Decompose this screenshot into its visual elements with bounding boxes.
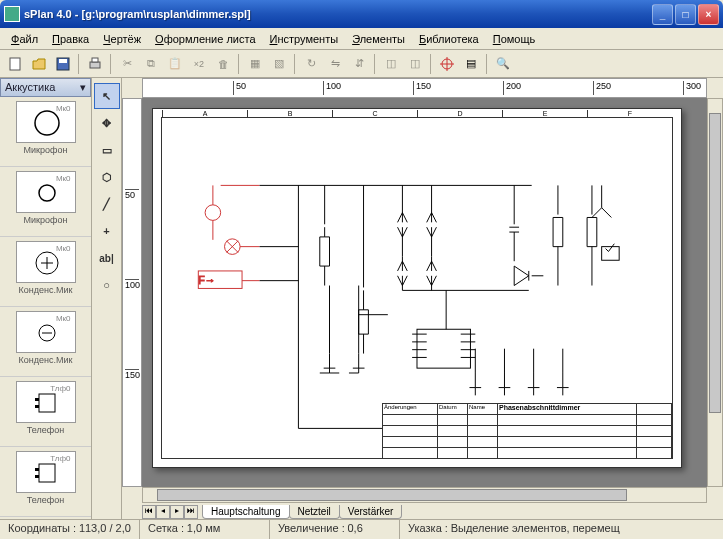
close-button[interactable]: × — [698, 4, 719, 25]
status-grid: Сетка : 1,0 мм — [140, 520, 270, 539]
menu-help[interactable]: Помощь — [486, 31, 543, 47]
maximize-button[interactable]: □ — [675, 4, 696, 25]
page-tab[interactable]: Netzteil — [289, 505, 340, 519]
palette-component[interactable]: Тлф0 Телефон — [0, 377, 91, 447]
menu-library[interactable]: Библиотека — [412, 31, 486, 47]
horizontal-scrollbar[interactable] — [142, 487, 707, 503]
cut-button[interactable]: ✂ — [116, 53, 138, 75]
ruler-vertical: 50100150 — [122, 98, 142, 487]
svg-rect-17 — [35, 405, 39, 408]
main-toolbar: ✂ ⧉ 📋 ×2 🗑 ▦ ▧ ↻ ⇋ ⇵ ◫ ◫ ▤ 🔍 — [0, 50, 723, 78]
menu-drawing[interactable]: Чертёж — [96, 31, 148, 47]
page-tab[interactable]: Hauptschaltung — [202, 505, 290, 519]
delete-button[interactable]: 🗑 — [212, 53, 234, 75]
menu-file[interactable]: Файл — [4, 31, 45, 47]
palette-component[interactable]: Мк0 Микрофон — [0, 97, 91, 167]
rect-tool[interactable]: ▭ — [94, 137, 120, 163]
svg-rect-0 — [10, 58, 20, 70]
back-button[interactable]: ▧ — [268, 53, 290, 75]
svg-rect-15 — [39, 394, 55, 412]
palette-component[interactable]: Мк0 Конденс.Мик — [0, 307, 91, 377]
canvas-viewport[interactable]: ABCDEF F→ — [142, 98, 707, 487]
status-hint: Указка : Выделение элементов, перемещ — [400, 520, 723, 539]
palette-component[interactable]: Мк0 Конденс.Мик — [0, 237, 91, 307]
pointer-tool[interactable]: ↖ — [94, 83, 120, 109]
status-zoom: Увеличение : 0,6 — [270, 520, 400, 539]
menu-edit[interactable]: Правка — [45, 31, 96, 47]
group-button[interactable]: ◫ — [380, 53, 402, 75]
menubar: Файл Правка Чертёж Оформление листа Инст… — [0, 28, 723, 50]
menu-tools[interactable]: Инструменты — [263, 31, 346, 47]
list-button[interactable]: ▤ — [460, 53, 482, 75]
svg-point-21 — [205, 205, 221, 221]
paste-button[interactable]: 📋 — [164, 53, 186, 75]
schematic-drawing[interactable]: F→ — [174, 130, 660, 441]
ungroup-button[interactable]: ◫ — [404, 53, 426, 75]
svg-rect-20 — [35, 475, 39, 478]
title-block: ÄnderungenDatumNamePhasenabschnittdimmer — [382, 403, 672, 458]
svg-rect-4 — [92, 58, 98, 62]
node-tool[interactable]: + — [94, 218, 120, 244]
canvas-area: 50100150200250300 50100150 ABCDEF F→ — [122, 78, 723, 519]
titlebar: sPlan 4.0 - [g:\program\rusplan\dimmer.s… — [0, 0, 723, 28]
line-tool[interactable]: ╱ — [94, 191, 120, 217]
copy-button[interactable]: ⧉ — [140, 53, 162, 75]
dup-button[interactable]: ×2 — [188, 53, 210, 75]
svg-rect-16 — [35, 398, 39, 401]
flipv-button[interactable]: ⇵ — [348, 53, 370, 75]
svg-point-9 — [39, 185, 55, 201]
tab-nav-prev[interactable]: ◂ — [156, 505, 170, 519]
zoom-button[interactable]: 🔍 — [492, 53, 514, 75]
fliph-button[interactable]: ⇋ — [324, 53, 346, 75]
component-palette: Аккустика▾ Мк0 Микрофон Мк0 Микрофон Мк0… — [0, 78, 92, 519]
drawing-tool-strip: ↖ ✥ ▭ ⬡ ╱ + ab| ○ — [92, 78, 122, 519]
tab-nav-next[interactable]: ▸ — [170, 505, 184, 519]
poly-tool[interactable]: ⬡ — [94, 164, 120, 190]
svg-rect-27 — [417, 329, 470, 368]
minimize-button[interactable]: _ — [652, 4, 673, 25]
new-button[interactable] — [4, 53, 26, 75]
menu-sheet[interactable]: Оформление листа — [148, 31, 262, 47]
palette-component[interactable]: Тлф0 Телефон — [0, 447, 91, 517]
svg-rect-3 — [90, 62, 100, 68]
tab-nav-first[interactable]: ⏮ — [142, 505, 156, 519]
vertical-scrollbar[interactable] — [707, 98, 723, 487]
open-button[interactable] — [28, 53, 50, 75]
svg-text:F→: F→ — [198, 274, 215, 286]
svg-rect-2 — [59, 59, 67, 63]
chevron-down-icon: ▾ — [80, 81, 86, 94]
ruler-horizontal: 50100150200250300 — [142, 78, 707, 98]
drawing-sheet[interactable]: ABCDEF F→ — [152, 108, 682, 468]
print-button[interactable] — [84, 53, 106, 75]
menu-elements[interactable]: Элементы — [345, 31, 412, 47]
tab-nav-last[interactable]: ⏭ — [184, 505, 198, 519]
svg-rect-19 — [35, 468, 39, 471]
page-tabs: ⏮ ◂ ▸ ⏭ Hauptschaltung Netzteil Verstärk… — [142, 503, 401, 519]
snap-button[interactable] — [436, 53, 458, 75]
save-button[interactable] — [52, 53, 74, 75]
app-icon — [4, 6, 20, 22]
status-coords: Координаты : 113,0 / 2,0 — [0, 520, 140, 539]
svg-rect-18 — [39, 464, 55, 482]
palette-category-tab[interactable]: Аккустика▾ — [0, 78, 91, 97]
page-tab[interactable]: Verstärker — [339, 505, 403, 519]
move-tool[interactable]: ✥ — [94, 110, 120, 136]
circle-tool[interactable]: ○ — [94, 272, 120, 298]
front-button[interactable]: ▦ — [244, 53, 266, 75]
palette-component[interactable]: Мк0 Микрофон — [0, 167, 91, 237]
rotate-button[interactable]: ↻ — [300, 53, 322, 75]
window-title: sPlan 4.0 - [g:\program\rusplan\dimmer.s… — [24, 8, 652, 20]
text-tool[interactable]: ab| — [94, 245, 120, 271]
svg-point-8 — [35, 111, 59, 135]
statusbar: Координаты : 113,0 / 2,0 Сетка : 1,0 мм … — [0, 519, 723, 539]
